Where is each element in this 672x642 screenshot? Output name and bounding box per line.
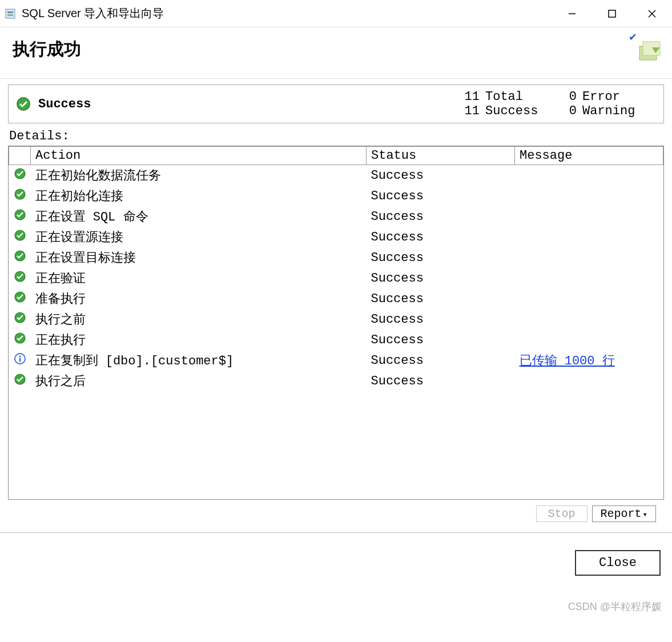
window-title: SQL Server 导入和导出向导 — [22, 6, 552, 21]
cell-message — [515, 165, 663, 186]
cell-action: 准备执行 — [31, 288, 367, 309]
cell-status: Success — [367, 350, 515, 371]
table-row[interactable]: 正在验证Success — [9, 268, 663, 288]
cell-action: 正在设置 SQL 命令 — [31, 206, 367, 227]
svg-rect-4 — [609, 10, 615, 17]
cell-action: 正在初始化数据流任务 — [31, 165, 367, 186]
cell-message — [515, 247, 663, 268]
success-icon — [9, 206, 31, 227]
table-row[interactable]: 正在执行Success — [9, 330, 663, 350]
message-link[interactable]: 已传输 1000 行 — [520, 354, 615, 368]
success-icon — [9, 186, 31, 206]
cell-action: 执行之后 — [31, 371, 367, 391]
close-button[interactable] — [632, 0, 672, 27]
overall-status: Success — [38, 97, 91, 111]
titlebar: SQL Server 导入和导出向导 — [0, 0, 672, 27]
total-label: Total — [485, 90, 560, 104]
action-button-row: Stop Report▾ — [8, 500, 664, 527]
table-row[interactable]: 正在初始化连接Success — [9, 186, 663, 206]
table-row[interactable]: 正在复制到 [dbo].[customer$]Success已传输 1000 行 — [9, 350, 663, 371]
cell-message: 已传输 1000 行 — [515, 350, 663, 371]
table-row[interactable]: 准备执行Success — [9, 288, 663, 309]
success-icon — [9, 330, 31, 350]
minimize-button[interactable] — [552, 0, 592, 27]
table-row[interactable]: 正在初始化数据流任务Success — [9, 165, 663, 186]
success-icon — [9, 288, 31, 309]
cell-status: Success — [367, 268, 515, 288]
watermark: CSDN @半粒程序媛 — [568, 600, 662, 613]
window-controls — [552, 0, 672, 27]
cell-action: 正在验证 — [31, 268, 367, 288]
stop-button-label: Stop — [548, 507, 576, 520]
cell-message — [515, 186, 663, 206]
table-row[interactable]: 正在设置源连接Success — [9, 227, 663, 247]
info-icon — [9, 350, 31, 371]
cell-action: 正在设置目标连接 — [31, 247, 367, 268]
total-count: 11 — [462, 90, 485, 104]
column-icon[interactable] — [9, 147, 31, 165]
cell-action: 正在设置源连接 — [31, 227, 367, 247]
cell-message — [515, 268, 663, 288]
svg-rect-0 — [6, 9, 15, 18]
details-label: Details: — [9, 129, 664, 143]
cell-status: Success — [367, 330, 515, 350]
svg-rect-2 — [7, 14, 13, 16]
cell-action: 正在复制到 [dbo].[customer$] — [31, 350, 367, 371]
check-icon: ✔ — [629, 31, 637, 43]
cell-status: Success — [367, 227, 515, 247]
warning-label: Warning — [582, 104, 657, 118]
cell-action: 正在初始化连接 — [31, 186, 367, 206]
table-row[interactable]: 正在设置 SQL 命令Success — [9, 206, 663, 227]
success-icon — [9, 268, 31, 288]
page-title: 执行成功 — [13, 38, 659, 61]
maximize-button[interactable] — [592, 0, 632, 27]
cell-message — [515, 330, 663, 350]
error-count: 0 — [560, 90, 582, 104]
cell-action: 执行之前 — [31, 309, 367, 330]
cell-status: Success — [367, 186, 515, 206]
success-icon — [9, 165, 31, 186]
warning-count: 0 — [560, 104, 582, 118]
error-label: Error — [582, 90, 657, 104]
report-button-label: Report — [601, 507, 642, 520]
svg-rect-22 — [19, 358, 20, 362]
app-icon — [5, 8, 16, 19]
details-grid[interactable]: Action Status Message 正在初始化数据流任务Success正… — [8, 146, 664, 500]
cell-message — [515, 371, 663, 391]
success-icon — [9, 227, 31, 247]
cell-status: Success — [367, 206, 515, 227]
footer: Close — [0, 533, 672, 581]
column-message[interactable]: Message — [515, 147, 663, 165]
column-status[interactable]: Status — [367, 147, 515, 165]
dropdown-icon: ▾ — [643, 510, 647, 519]
success-icon — [9, 309, 31, 330]
cell-message — [515, 288, 663, 309]
cell-status: Success — [367, 371, 515, 391]
cell-message — [515, 309, 663, 330]
close-dialog-button[interactable]: Close — [575, 550, 661, 576]
cell-message — [515, 227, 663, 247]
cell-message — [515, 206, 663, 227]
svg-point-21 — [19, 355, 21, 357]
success-icon — [9, 371, 31, 391]
svg-rect-1 — [7, 11, 13, 13]
cell-status: Success — [367, 247, 515, 268]
cell-action: 正在执行 — [31, 330, 367, 350]
report-button[interactable]: Report▾ — [592, 505, 656, 522]
success-count: 11 — [462, 104, 485, 118]
table-row[interactable]: 正在设置目标连接Success — [9, 247, 663, 268]
cell-status: Success — [367, 309, 515, 330]
cell-status: Success — [367, 165, 515, 186]
success-icon — [9, 247, 31, 268]
wizard-header: 执行成功 ✔ — [0, 27, 672, 79]
table-row[interactable]: 执行之后Success — [9, 371, 663, 391]
success-icon — [15, 96, 31, 112]
summary-box: Success 11 Total 0 Error 11 Success 0 Wa… — [8, 85, 664, 123]
cell-status: Success — [367, 288, 515, 309]
stop-button: Stop — [536, 505, 588, 522]
wizard-image: ✔ — [632, 33, 666, 67]
table-row[interactable]: 执行之前Success — [9, 309, 663, 330]
success-label: Success — [485, 104, 560, 118]
column-action[interactable]: Action — [31, 147, 367, 165]
